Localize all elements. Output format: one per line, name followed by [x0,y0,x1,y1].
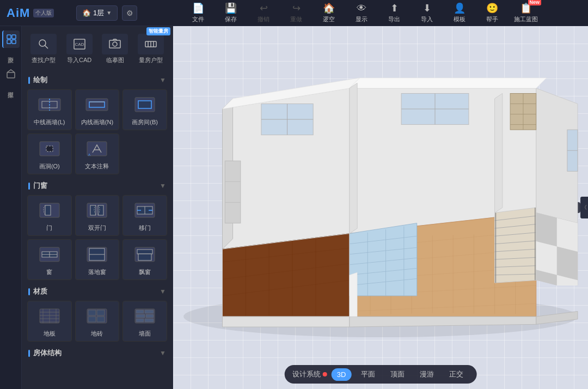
svg-rect-62 [136,310,144,313]
tool-inner-wall[interactable]: 内线画墙(N) [75,89,120,130]
undo-button[interactable]: ↩ 撤销 [253,2,274,23]
inner-wall-icon [83,93,111,116]
undo-label: 撤销 [258,15,270,23]
door-window-bar [28,183,30,190]
save-icon: 💾 [225,2,237,14]
nav-tab-transform[interactable] [2,31,20,48]
model-icon: 👤 [454,2,465,14]
redo-icon: ↪ [292,2,301,14]
space-button[interactable]: 🏠 逻空 [318,2,340,23]
tool-wall-mat[interactable]: 墙面 [122,301,167,342]
save-button[interactable]: 💾 保存 [220,2,242,23]
svg-marker-129 [350,83,357,233]
import-button[interactable]: ⬇ 导入 [416,2,438,23]
display-label: 显示 [356,15,367,23]
svg-text:A: A [88,153,90,156]
tool-door[interactable]: 门 [27,195,72,236]
material-collapse[interactable]: ▼ [160,288,166,295]
floor-label: 1层 [93,8,104,18]
svg-rect-46 [137,250,152,254]
svg-rect-139 [225,161,241,223]
space-icon: 🏠 [323,2,335,14]
view-ortho-button[interactable]: 正交 [444,367,469,381]
svg-marker-121 [536,241,557,275]
left-icon-nav: 改户型 模型库 [0,26,22,389]
floor-arrow-icon: ▼ [106,10,112,16]
left-sidebar: 查找户型 CAD 导入CAD 临摹图 智能量房 量房户型 [22,26,173,389]
tool-measure-label: 量房户型 [139,56,163,64]
material-grid: 地板 地砖 [22,297,173,345]
tool-cad[interactable]: CAD 导入CAD [63,31,96,68]
tool-tile-mat[interactable]: 地砖 [75,301,120,342]
door-window-collapse[interactable]: ▼ [160,182,166,190]
draw-tools-grid: 中线画墙(L) 内线画墙(N) [22,86,173,178]
import-icon: ⬇ [423,2,431,14]
redo-button[interactable]: ↪ 重做 [285,2,307,23]
tool-photo[interactable]: 临摹图 [99,31,132,68]
wall-mat-icon [131,305,159,327]
settings-button[interactable]: ⚙ [122,5,137,21]
room-icon [131,93,159,116]
draw-section-title: 绘制 [33,75,47,85]
text-icon: A [83,137,111,160]
draw-section-bar [28,77,30,84]
tool-draw-hole[interactable]: 画洞(O) [27,133,72,174]
tool-measure[interactable]: 智能量房 量房户型 [134,31,167,68]
tool-text[interactable]: A 文本注释 [75,133,120,174]
svg-rect-24 [46,146,53,151]
model-button[interactable]: 👤 模板 [449,2,470,23]
sliding-door-label: 移门 [139,224,151,232]
help-label: 帮手 [486,15,498,23]
sliding-door-icon [131,199,159,222]
tool-bay-window[interactable]: 飘窗 [122,239,167,280]
svg-marker-75 [350,78,547,88]
svg-rect-30 [87,203,107,217]
export-button[interactable]: ⬆ 导出 [383,2,405,23]
view-top-button[interactable]: 顶面 [385,367,410,381]
door-window-section-header: 门窗 ▼ [22,178,173,192]
display-icon: 👁 [357,3,366,14]
svg-rect-3 [12,40,16,44]
tool-center-wall[interactable]: 中线画墙(L) [27,89,72,130]
tool-floor-mat[interactable]: 地板 [27,301,72,342]
view-tour-button[interactable]: 漫游 [414,367,439,381]
svg-rect-60 [97,317,105,322]
nav-tab-model[interactable] [2,65,20,83]
tool-sliding-door[interactable]: 移门 [122,195,167,236]
blueprint-button[interactable]: 📋 施工蓝图 New [514,2,538,23]
design-system-label: 设计系统 [292,369,327,379]
draw-collapse-btn[interactable]: ▼ [160,76,166,84]
tile-mat-icon [83,305,111,327]
bay-window-label: 飘窗 [139,268,151,276]
tool-floor-window[interactable]: 落地窗 [75,239,120,280]
file-button[interactable]: 📄 文件 [187,2,209,23]
draw-section-header: 绘制 ▼ [22,72,173,86]
svg-text:CAD: CAD [75,42,84,47]
tool-photo-label: 临摹图 [106,56,124,64]
display-button[interactable]: 👁 显示 [351,3,372,23]
center-wall-icon [35,93,64,116]
double-door-icon [83,199,111,222]
view-plan-button[interactable]: 平面 [356,367,381,381]
tool-cad-label: 导入CAD [67,56,91,64]
tool-double-door[interactable]: 双开门 [75,195,120,236]
room-label: 画房间(B) [132,118,158,126]
tool-window[interactable]: 窗 [27,239,72,280]
floor-selector[interactable]: 🏠 1层 ▼ [76,5,118,21]
tool-search[interactable]: 查找户型 [27,31,60,68]
view-3d-button[interactable]: 3D [332,368,352,381]
bay-window-icon [131,243,159,266]
structure-collapse[interactable]: ▼ [160,349,166,357]
tool-room[interactable]: 画房间(B) [122,89,167,130]
svg-line-6 [45,45,48,48]
structure-bar [28,350,30,357]
help-button[interactable]: 🙂 帮手 [481,2,503,23]
svg-rect-64 [136,314,145,318]
import-label: 导入 [421,15,433,23]
svg-rect-47 [138,254,151,260]
material-bar [28,288,30,295]
door-icon [35,199,64,222]
wall-mat-label: 墙面 [139,330,151,338]
viewport[interactable]: 《 方案设计 [173,26,588,389]
svg-marker-142 [350,272,357,317]
